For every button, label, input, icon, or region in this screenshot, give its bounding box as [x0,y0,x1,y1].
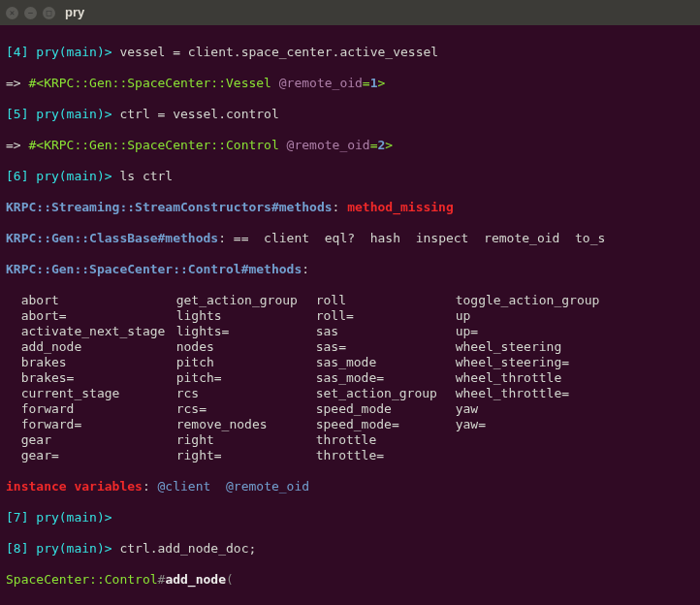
method-name: activate_next_stage [6,324,161,339]
method-name: sas= [301,339,440,355]
minimize-icon[interactable]: − [24,7,37,19]
close-icon[interactable]: ✕ [6,7,18,19]
method-grid: abort get_action_group roll toggle_actio… [6,293,694,463]
method-name: rcs [161,386,301,401]
prompt-5: [5] pry(main)> [6,107,119,121]
method-name: abort= [6,308,161,324]
method-name: lights [161,308,301,324]
line-5-prompt: [5] pry(main)> ctrl = vessel.control [6,107,694,122]
method-name: set_action_group [301,386,440,401]
method-name: pitch= [161,370,301,386]
method-row: abort get_action_group roll toggle_actio… [6,293,694,308]
cmd-5: ctrl = vessel.control [119,107,278,121]
window-titlebar: ✕ − □ pry [0,0,700,25]
method-name: pitch [161,355,301,370]
line-5-result: => #<KRPC::Gen::SpaceCenter::Control @re… [6,138,694,153]
method-name: wheel_throttle [440,370,694,386]
method-name: right= [161,448,301,463]
method-name: add_node [6,339,161,355]
method-name: sas_mode [301,355,440,370]
method-row: add_node nodes sas= wheel_steering [6,339,694,355]
method-name: roll [301,293,440,308]
method-name: brakes [6,355,161,370]
method-name: nodes [161,339,301,355]
method-name: forward= [6,417,161,432]
ls-header-2: KRPC::Gen::ClassBase#methods: == client … [6,231,694,246]
line-6-prompt: [6] pry(main)> ls ctrl [6,169,694,184]
method-name: rcs= [161,401,301,417]
line-7-prompt: [7] pry(main)> [6,510,694,525]
method-name: wheel_steering [440,339,694,355]
window-title: pry [65,5,84,20]
method-name: up= [440,324,694,339]
method-name: throttle= [301,448,440,463]
prompt-8: [8] pry(main)> [6,541,119,556]
method-row: abort= lights roll= up [6,308,694,324]
doc-signature: SpaceCenter::Control#add_node( [6,572,694,588]
cmd-8: ctrl.add_node_doc; [119,541,256,556]
method-name: throttle [301,432,440,448]
method-name: yaw [440,401,694,417]
method-name: lights= [161,324,301,339]
method-row: brakes= pitch= sas_mode= wheel_throttle [6,370,694,386]
line-8-prompt: [8] pry(main)> ctrl.add_node_doc; [6,541,694,557]
method-row: current_stage rcs set_action_group wheel… [6,386,694,401]
method-row: brakes pitch sas_mode wheel_steering= [6,355,694,370]
method-row: gear= right= throttle= [6,448,694,463]
line-4-prompt: [4] pry(main)> vessel = client.space_cen… [6,45,694,60]
method-name: gear [6,432,161,448]
ls-header-3: KRPC::Gen::SpaceCenter::Control#methods: [6,262,694,277]
instance-variables: instance variables: @client @remote_oid [6,479,694,494]
method-name: get_action_group [161,293,301,308]
method-name: current_stage [6,386,161,401]
method-name: sas [301,324,440,339]
prompt-4: [4] pry(main)> [6,45,119,59]
method-name: wheel_throttle= [440,386,694,401]
ls-header-1: KRPC::Streaming::StreamConstructors#meth… [6,200,694,215]
prompt-7: [7] pry(main)> [6,510,119,525]
method-name: abort [6,293,161,308]
line-4-result: => #<KRPC::Gen::SpaceCenter::Vessel @rem… [6,76,694,91]
method-name: sas_mode= [301,370,440,386]
cmd-4: vessel = client.space_center.active_vess… [119,45,438,59]
terminal-output[interactable]: [4] pry(main)> vessel = client.space_cen… [0,25,700,605]
method-row: gear right throttle [6,432,694,448]
method-name: speed_mode= [301,417,440,432]
method-name: forward [6,401,161,417]
cmd-6: ls ctrl [119,169,173,183]
method-name: brakes= [6,370,161,386]
method-name: wheel_steering= [440,355,694,370]
method-name: right [161,432,301,448]
method-name: speed_mode [301,401,440,417]
maximize-icon[interactable]: □ [43,7,55,19]
method-name: gear= [6,448,161,463]
method-name: toggle_action_group [440,293,694,308]
method-name [440,432,694,448]
method-name: up [440,308,694,324]
prompt-6: [6] pry(main)> [6,169,119,183]
method-row: forward rcs= speed_mode yaw [6,401,694,417]
method-name: yaw= [440,417,694,432]
method-row: activate_next_stage lights= sas up= [6,324,694,339]
method-name: roll= [301,308,440,324]
method-row: forward= remove_nodes speed_mode= yaw= [6,417,694,432]
method-name: remove_nodes [161,417,301,432]
method-name [440,448,694,463]
